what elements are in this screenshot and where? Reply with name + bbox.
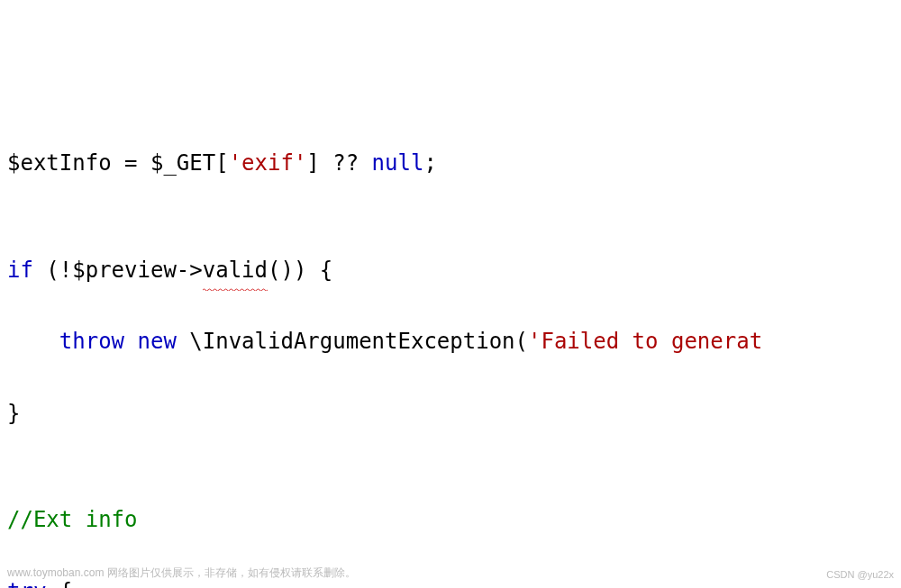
keyword-new: new (138, 329, 177, 354)
space (124, 329, 137, 354)
method-valid: valid (203, 253, 268, 289)
watermark-left: www.toymoban.com 网络图片仅供展示，非存储，如有侵权请联系删除。 (7, 565, 356, 583)
brace: } (7, 401, 20, 426)
paren: (! (33, 258, 72, 283)
variable: $_GET (150, 150, 215, 176)
code-line-3: if (!$preview->valid()) { (7, 253, 894, 289)
comment: //Ext info (7, 507, 138, 532)
semicolon: ; (423, 150, 436, 176)
operator: ?? (320, 150, 372, 176)
code-line-7: //Ext info (7, 502, 894, 538)
space (177, 329, 189, 354)
string: 'Failed to generat (528, 329, 762, 354)
keyword-throw: throw (59, 329, 124, 354)
variable: $preview (72, 258, 177, 283)
class-name: \InvalidArgumentException (189, 329, 514, 354)
string: 'exif' (229, 150, 307, 176)
variable: $extInfo (7, 150, 112, 176)
code-block: $extInfo = $_GET['exif'] ?? null; if (!$… (7, 146, 894, 588)
watermark-right: CSDN @yu22x (826, 566, 894, 583)
operator: = (112, 150, 150, 176)
null-keyword: null (372, 150, 424, 176)
paren: ( (515, 329, 528, 354)
code-line-5: } (7, 396, 894, 432)
keyword-if: if (7, 258, 33, 283)
code-line-1: $extInfo = $_GET['exif'] ?? null; (7, 146, 894, 182)
bracket: [ (215, 150, 228, 176)
bracket: ] (306, 150, 319, 176)
arrow: -> (177, 258, 203, 283)
call: ()) { (268, 258, 332, 283)
code-line-4: throw new \InvalidArgumentException('Fai… (7, 324, 894, 360)
